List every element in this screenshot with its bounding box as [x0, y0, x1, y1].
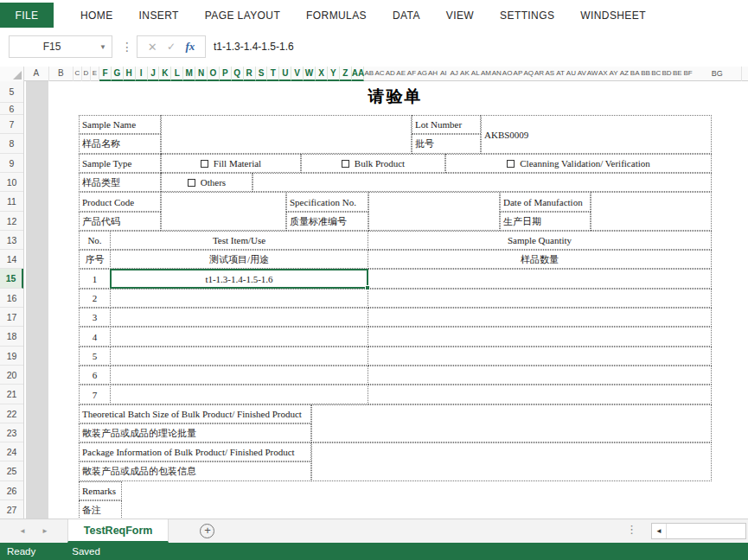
column-header-ay[interactable]: AY — [608, 67, 618, 81]
cell-spec-no-en[interactable]: Specification No. — [286, 192, 368, 212]
form-title[interactable]: 请验单 — [79, 83, 712, 111]
cell-batch-size-en[interactable]: Theoretical Batch Size of Bulk Product/ … — [79, 404, 311, 423]
column-header-bc[interactable]: BC — [651, 67, 662, 81]
cell-row-no-1[interactable]: 1 — [79, 269, 111, 289]
column-header-aa[interactable]: AA — [352, 67, 364, 81]
checkbox-others-icon[interactable] — [188, 179, 195, 187]
cell-package-info-value[interactable] — [311, 442, 712, 481]
cell-quantity-header-cn[interactable]: 样品数量 — [368, 250, 712, 269]
column-header-f[interactable]: F — [99, 67, 112, 81]
column-header-au[interactable]: AU — [566, 67, 576, 81]
cell-test-item-3[interactable] — [110, 308, 368, 327]
cancel-icon[interactable]: ✕ — [148, 41, 157, 54]
cell-sample-quantity-6[interactable] — [368, 366, 712, 385]
column-header-u[interactable]: U — [279, 67, 291, 81]
column-header-be[interactable]: BE — [672, 67, 682, 81]
cell-package-info-en[interactable]: Package Information of Bulk Product/ Fin… — [79, 442, 311, 461]
cell-row-no-3[interactable]: 3 — [79, 308, 111, 327]
column-header-ax[interactable]: AX — [598, 67, 608, 81]
cell-package-info-cn[interactable]: 散装产品或成品的包装信息 — [79, 461, 311, 481]
column-header-y[interactable]: Y — [328, 67, 340, 81]
cell-sample-quantity-2[interactable] — [368, 289, 712, 308]
cell-test-item-7[interactable] — [110, 385, 368, 404]
checkbox-fill-material-icon[interactable] — [201, 160, 208, 168]
menu-data[interactable]: DATA — [380, 10, 433, 22]
cell-fill-material[interactable]: Fill Material — [161, 154, 301, 173]
cell-no-header-cn[interactable]: 序号 — [79, 250, 111, 269]
menu-windsheet[interactable]: WINDSHEET — [567, 10, 659, 22]
cell-row-no-4[interactable]: 4 — [79, 327, 111, 347]
menu-file[interactable]: FILE — [0, 3, 54, 28]
column-header-o[interactable]: O — [208, 67, 220, 81]
column-header-p[interactable]: P — [220, 67, 232, 81]
column-header-k[interactable]: K — [159, 67, 171, 81]
column-header-m[interactable]: M — [183, 67, 195, 81]
cell-spec-no-value[interactable] — [368, 192, 500, 231]
column-header-j[interactable]: J — [148, 67, 160, 81]
cell-date-mfg-cn[interactable]: 生产日期 — [500, 212, 591, 231]
column-header-ao[interactable]: AO — [502, 67, 512, 81]
column-header-bb[interactable]: BB — [640, 67, 650, 81]
cell-sample-quantity-7[interactable] — [368, 385, 712, 404]
insert-function-icon[interactable]: fx — [185, 40, 195, 54]
cell-sample-type-en[interactable]: Sample Type — [79, 154, 161, 173]
fill-handle[interactable] — [365, 285, 370, 290]
next-sheet-icon[interactable]: ► — [42, 527, 48, 535]
tab-testreqform[interactable]: TestReqForm — [67, 519, 169, 543]
cell-remarks-cn[interactable]: 备注 — [79, 500, 122, 519]
name-box-dropdown-icon[interactable]: ▼ — [94, 43, 112, 51]
cell-sample-quantity-1[interactable] — [368, 269, 712, 289]
column-header-l[interactable]: L — [171, 67, 183, 81]
horizontal-scrollbar[interactable]: ◄ — [651, 523, 746, 539]
column-header-t[interactable]: T — [267, 67, 279, 81]
column-header-z[interactable]: Z — [340, 67, 352, 81]
column-header-r[interactable]: R — [244, 67, 256, 81]
cell-test-item-4[interactable] — [110, 327, 368, 347]
cell-cleaning-validation[interactable]: Cleanning Validation/ Verification — [445, 154, 712, 173]
cell-product-code-value[interactable] — [161, 192, 286, 231]
column-header-an[interactable]: AN — [491, 67, 502, 81]
cell-spec-no-cn[interactable]: 质量标准编号 — [286, 212, 368, 231]
column-header-a[interactable]: A — [24, 67, 49, 81]
cell-row-no-7[interactable]: 7 — [79, 385, 111, 404]
column-header-ah[interactable]: AH — [427, 67, 438, 81]
cell-lot-number-en[interactable]: Lot Number — [412, 115, 481, 134]
cell-sample-name-cn[interactable]: 样品名称 — [79, 134, 161, 154]
cell-batch-size-cn[interactable]: 散装产品或成品的理论批量 — [79, 423, 311, 442]
cell-test-item-header-en[interactable]: Test Item/Use — [110, 231, 368, 250]
menu-insert[interactable]: INSERT — [126, 10, 192, 22]
menu-view[interactable]: VIEW — [433, 10, 487, 22]
column-header-ap[interactable]: AP — [513, 67, 523, 81]
formula-input[interactable]: t1-1.3-1.4-1.5-1.6 — [214, 35, 294, 58]
add-sheet-icon[interactable]: + — [200, 524, 214, 538]
cell-sample-quantity-5[interactable] — [368, 347, 712, 366]
column-header-at[interactable]: AT — [555, 67, 566, 81]
checkbox-cleaning-validation-icon[interactable] — [507, 160, 515, 168]
column-header-aw[interactable]: AW — [587, 67, 598, 81]
column-header-ac[interactable]: AC — [374, 67, 385, 81]
cell-product-code-cn[interactable]: 产品代码 — [79, 212, 161, 231]
cell-sample-type-rest[interactable] — [253, 173, 712, 192]
column-header-g[interactable]: G — [112, 67, 124, 81]
cell-date-mfg-value[interactable] — [591, 192, 712, 231]
column-header-ba[interactable]: BA — [630, 67, 640, 81]
column-header-i[interactable]: I — [136, 67, 148, 81]
cell-row-no-5[interactable]: 5 — [79, 347, 111, 366]
cell-lot-number-cn[interactable]: 批号 — [412, 134, 481, 154]
column-header-b[interactable]: B — [49, 67, 74, 81]
column-header-aq[interactable]: AQ — [523, 67, 534, 81]
column-header-av[interactable]: AV — [577, 67, 587, 81]
cell-lot-number-value[interactable]: AKBS0009 — [481, 115, 712, 154]
column-header-d[interactable]: D — [82, 67, 91, 81]
column-header-ag[interactable]: AG — [417, 67, 427, 81]
column-header-al[interactable]: AL — [470, 67, 481, 81]
column-header-ai[interactable]: AI — [438, 67, 449, 81]
column-header-ad[interactable]: AD — [385, 67, 395, 81]
cell-date-mfg-en[interactable]: Date of Manufaction — [500, 192, 591, 212]
cell-remarks-en[interactable]: Remarks — [79, 481, 122, 500]
column-header-ab[interactable]: AB — [364, 67, 374, 81]
cell-test-item-2[interactable] — [110, 289, 368, 308]
enter-icon[interactable]: ✓ — [167, 41, 176, 53]
menu-settings[interactable]: SETTINGS — [487, 10, 567, 22]
cell-sample-quantity-3[interactable] — [368, 308, 712, 327]
